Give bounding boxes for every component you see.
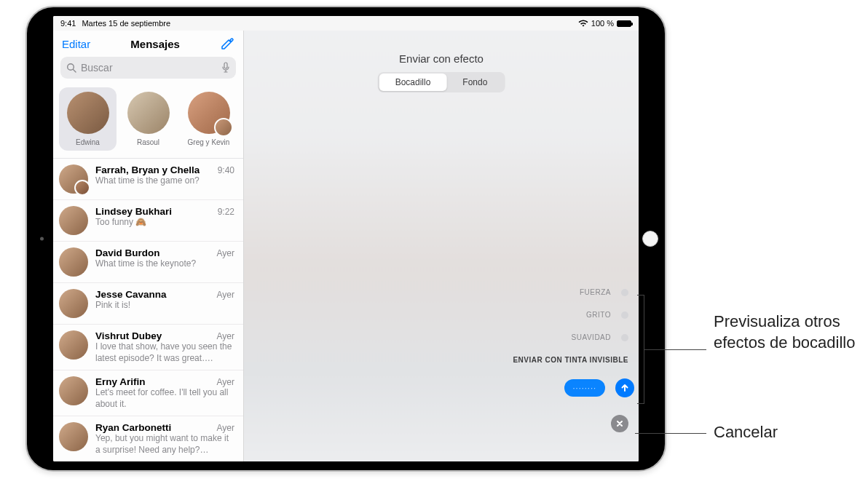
tab-bocadillo[interactable]: Bocadillo (379, 74, 447, 91)
conversation-name: Vishrut Dubey (95, 330, 162, 341)
effect-option-grito[interactable]: GRITO (586, 311, 628, 319)
effect-option-fuerza[interactable]: FUERZA (580, 288, 628, 296)
conversation-time: Ayer (217, 331, 234, 341)
search-placeholder: Buscar (81, 62, 113, 74)
svg-rect-3 (224, 63, 227, 68)
home-button[interactable] (642, 231, 658, 247)
conversation-name: Ryan Carbonetti (95, 422, 171, 433)
avatar (59, 289, 88, 318)
send-button[interactable] (615, 378, 634, 397)
effect-label: ENVIAR CON TINTA INVISIBLE (513, 356, 628, 364)
wifi-icon (578, 20, 588, 27)
pinned-contact[interactable]: Greg y Kevin (180, 87, 237, 151)
compose-icon[interactable] (220, 36, 234, 51)
battery-icon (617, 20, 631, 27)
edit-button[interactable]: Editar (62, 38, 90, 50)
message-bubble-preview: ········ (564, 379, 605, 397)
callout-preview-effects: Previsualiza otros efectos de bocadillo (714, 312, 859, 353)
pinned-name: Rasoul (137, 138, 159, 146)
ipad-device-frame: 9:41 Martes 15 de septiembre 100 % Edita… (25, 6, 666, 472)
conversation-row[interactable]: Farrah, Bryan y Chella 9:40 What time is… (53, 159, 243, 200)
conversation-time: 9:22 (218, 207, 234, 217)
pinned-name: Greg y Kevin (188, 138, 230, 146)
conversation-name: David Burdon (95, 247, 160, 258)
search-icon (66, 63, 76, 73)
conversation-time: Ayer (217, 248, 234, 258)
effect-title: Enviar con efecto (378, 52, 505, 65)
callout-cancel: Cancelar (714, 422, 778, 443)
battery-percent: 100 % (591, 19, 614, 28)
avatar (59, 206, 88, 235)
conversation-row[interactable]: Erny Arifin Ayer Let's meet for coffee. … (53, 370, 243, 416)
callout-line (635, 433, 706, 434)
avatar (59, 422, 88, 451)
conversation-preview: What time is the keynote? (95, 258, 234, 270)
status-date: Martes 15 de septiembre (82, 19, 170, 28)
pinned-contact[interactable]: Edwina (59, 87, 117, 151)
pinned-name: Edwina (76, 138, 100, 146)
effect-dot-icon (621, 312, 628, 319)
effect-option-suavidad[interactable]: SUAVIDAD (572, 333, 628, 341)
conversation-preview: Yep, but you might want to make it a sur… (95, 433, 234, 456)
conversation-time: 9:40 (218, 165, 234, 175)
status-time: 9:41 (60, 19, 76, 28)
avatar (127, 92, 170, 134)
effect-label: FUERZA (580, 288, 611, 296)
conversation-time: Ayer (217, 377, 234, 387)
conversation-row[interactable]: Lindsey Bukhari 9:22 Too funny 🙈 (53, 200, 243, 242)
tab-fondo[interactable]: Fondo (446, 74, 503, 91)
conversation-preview: Too funny 🙈 (95, 217, 234, 229)
screen: 9:41 Martes 15 de septiembre 100 % Edita… (53, 16, 639, 461)
pinned-contact[interactable]: Rasoul (119, 87, 177, 151)
sidebar: Editar Mensajes Buscar (53, 31, 244, 461)
conversation-preview: Pink it is! (95, 300, 234, 312)
group-badge-icon (214, 118, 233, 137)
camera-dot (40, 237, 44, 241)
sidebar-title: Mensajes (130, 38, 180, 50)
avatar (59, 376, 88, 405)
conversation-time: Ayer (217, 290, 234, 300)
callout-bracket (637, 295, 644, 404)
dictate-icon[interactable] (221, 62, 230, 74)
conversation-time: Ayer (217, 423, 234, 433)
conversation-name: Jesse Cavanna (95, 289, 167, 300)
conversation-preview: What time is the game on? (95, 175, 234, 187)
avatar (59, 164, 88, 194)
conversation-row[interactable]: Jesse Cavanna Ayer Pink it is! (53, 283, 243, 325)
effect-segmented-control[interactable]: Bocadillo Fondo (378, 72, 505, 92)
effect-label: GRITO (586, 311, 611, 319)
avatar (59, 247, 88, 277)
conversation-row[interactable]: Ryan Carbonetti Ayer Yep, but you might … (53, 416, 243, 461)
conversation-name: Lindsey Bukhari (95, 206, 172, 217)
effect-dot-icon (621, 334, 628, 341)
conversation-name: Farrah, Bryan y Chella (95, 164, 200, 175)
avatar (188, 92, 230, 134)
svg-line-2 (74, 70, 76, 73)
effect-dot-icon (621, 289, 628, 296)
effect-label: SUAVIDAD (572, 333, 611, 341)
avatar (67, 92, 109, 134)
search-input[interactable]: Buscar (60, 57, 236, 79)
conversation-row[interactable]: David Burdon Ayer What time is the keyno… (53, 242, 243, 283)
cancel-button[interactable] (611, 415, 628, 432)
conversation-preview: Let's meet for coffee. I'll tell you all… (95, 387, 234, 410)
conversation-list[interactable]: Farrah, Bryan y Chella 9:40 What time is… (53, 159, 243, 461)
conversation-name: Erny Arifin (95, 376, 146, 387)
effect-panel: Enviar con efecto Bocadillo Fondo FUERZA… (244, 31, 639, 461)
callout-line (644, 349, 706, 350)
avatar (59, 330, 88, 360)
conversation-preview: I love that show, have you seen the late… (95, 341, 234, 364)
effect-option-invisible-ink[interactable]: ENVIAR CON TINTA INVISIBLE (513, 356, 628, 364)
pinned-row: Edwina Rasoul Greg y Kevin (53, 84, 243, 159)
status-bar: 9:41 Martes 15 de septiembre 100 % (53, 16, 639, 31)
conversation-row[interactable]: Vishrut Dubey Ayer I love that show, hav… (53, 325, 243, 370)
